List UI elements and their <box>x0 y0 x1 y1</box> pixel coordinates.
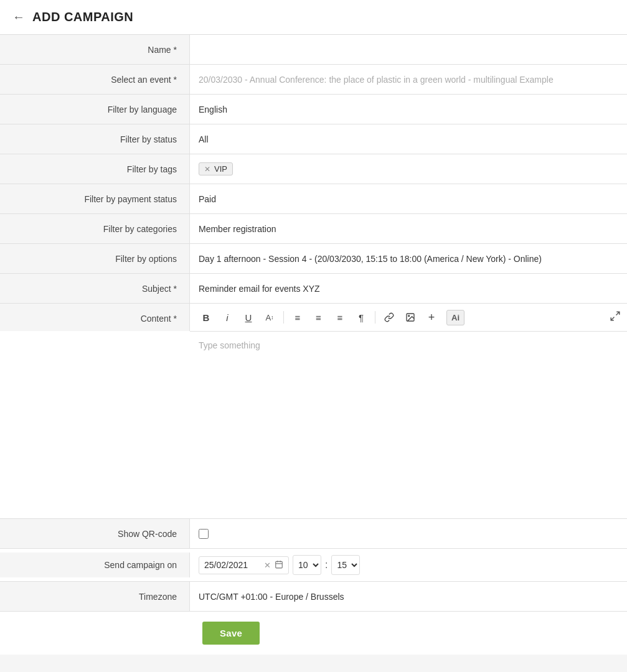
ai-badge-button[interactable]: Ai <box>446 310 464 325</box>
show-qr-row: Show QR-code <box>0 519 627 549</box>
filter-tags-row: Filter by tags ✕ VIP <box>0 154 627 184</box>
timezone-input[interactable] <box>199 592 618 602</box>
filter-tags-label: Filter by tags <box>0 154 190 184</box>
name-input[interactable] <box>199 45 618 55</box>
filter-payment-label: Filter by payment status <box>0 184 190 213</box>
content-row: Content * B i U A↕ ≡ ≡ ≡ ¶ + Ai <box>0 304 627 519</box>
show-qr-checkbox[interactable] <box>199 529 209 539</box>
align-center-button[interactable]: ≡ <box>309 307 329 327</box>
expand-editor-button[interactable] <box>610 310 621 325</box>
show-qr-value <box>190 519 627 548</box>
svg-point-1 <box>408 315 410 317</box>
image-button[interactable] <box>400 307 420 327</box>
send-campaign-label: Send campaign on <box>0 553 190 577</box>
toolbar-sep-1 <box>283 311 284 324</box>
svg-line-2 <box>616 312 620 315</box>
paragraph-button[interactable]: ¶ <box>351 307 371 327</box>
align-right-button[interactable]: ≡ <box>330 307 350 327</box>
send-hour-select[interactable]: 0001020304050607080910111213141516171819… <box>293 555 321 575</box>
filter-status-label: Filter by status <box>0 124 190 154</box>
filter-status-input[interactable] <box>199 134 618 144</box>
filter-language-input[interactable] <box>199 105 618 114</box>
select-event-value <box>190 65 627 94</box>
filter-tags-value: ✕ VIP <box>190 154 627 184</box>
filter-payment-input[interactable] <box>199 194 618 204</box>
name-row: Name * <box>0 35 627 65</box>
select-event-input[interactable] <box>199 75 618 85</box>
svg-rect-4 <box>276 561 283 568</box>
date-clear-button[interactable]: ✕ <box>264 561 271 570</box>
underline-button[interactable]: U <box>238 307 258 327</box>
filter-options-value <box>190 244 627 273</box>
font-size-button[interactable]: A↕ <box>260 307 280 327</box>
back-button[interactable]: ← <box>12 10 25 24</box>
filter-payment-value <box>190 184 627 213</box>
editor-placeholder: Type something <box>199 340 260 350</box>
show-qr-label: Show QR-code <box>0 519 190 548</box>
add-campaign-form: Name * Select an event * Filter by langu… <box>0 35 627 655</box>
send-campaign-value: ✕ 00010203040506070809101112131415161718… <box>190 549 627 581</box>
send-campaign-row: Send campaign on ✕ 000102030405060708091… <box>0 549 627 582</box>
svg-line-3 <box>611 317 614 320</box>
filter-status-row: Filter by status <box>0 124 627 154</box>
subject-input[interactable] <box>199 284 618 294</box>
page-header: ← ADD CAMPAIGN <box>0 0 627 35</box>
filter-options-input[interactable] <box>199 254 618 264</box>
bold-button[interactable]: B <box>196 307 216 327</box>
name-label: Name * <box>0 35 190 64</box>
subject-label: Subject * <box>0 274 190 303</box>
timezone-value <box>190 582 627 611</box>
date-input-wrap: ✕ <box>199 556 289 574</box>
timezone-row: Timezone <box>0 582 627 612</box>
toolbar-sep-2 <box>375 311 375 324</box>
timezone-label: Timezone <box>0 582 190 611</box>
select-event-row: Select an event * <box>0 65 627 95</box>
date-calendar-button[interactable] <box>275 560 283 571</box>
filter-status-value <box>190 124 627 154</box>
page-title: ADD CAMPAIGN <box>32 10 133 24</box>
filter-options-label: Filter by options <box>0 244 190 273</box>
filter-language-row: Filter by language <box>0 95 627 124</box>
save-row: Save <box>0 612 627 655</box>
tag-chip-vip[interactable]: ✕ VIP <box>199 162 233 175</box>
filter-language-value <box>190 95 627 124</box>
select-event-label: Select an event * <box>0 65 190 94</box>
filter-categories-input[interactable] <box>199 224 618 234</box>
name-value <box>190 35 627 64</box>
editor-toolbar: B i U A↕ ≡ ≡ ≡ ¶ + Ai <box>190 304 627 332</box>
time-colon: : <box>325 559 328 571</box>
send-date-input[interactable] <box>204 560 260 570</box>
filter-categories-value <box>190 214 627 243</box>
content-label: Content * <box>0 304 190 331</box>
save-button[interactable]: Save <box>202 622 260 645</box>
italic-button[interactable]: i <box>217 307 237 327</box>
send-minute-select[interactable]: 000510152025303540455055 <box>331 555 360 575</box>
subject-row: Subject * <box>0 274 627 304</box>
filter-categories-label: Filter by categories <box>0 214 190 243</box>
link-button[interactable] <box>379 307 399 327</box>
align-left-button[interactable]: ≡ <box>288 307 308 327</box>
filter-categories-row: Filter by categories <box>0 214 627 244</box>
subject-value <box>190 274 627 303</box>
editor-content-area[interactable]: Type something <box>190 332 627 518</box>
filter-payment-row: Filter by payment status <box>0 184 627 214</box>
more-button[interactable]: + <box>422 307 441 327</box>
tag-remove-icon[interactable]: ✕ <box>204 165 210 174</box>
tag-label: VIP <box>214 164 227 174</box>
filter-options-row: Filter by options <box>0 244 627 274</box>
filter-language-label: Filter by language <box>0 95 190 124</box>
content-editor: B i U A↕ ≡ ≡ ≡ ¶ + Ai <box>190 304 627 518</box>
